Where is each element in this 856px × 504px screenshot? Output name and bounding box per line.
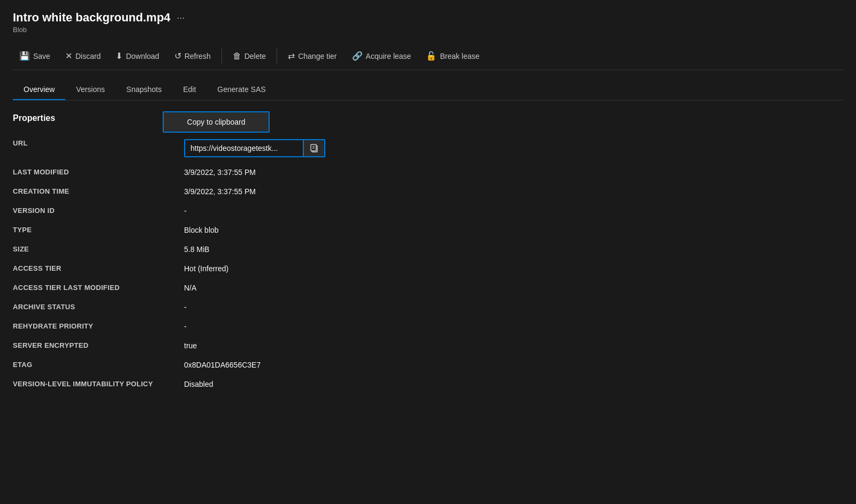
url-input-box: https://videostoragetestk... xyxy=(184,139,325,157)
property-label-archive-status: ARCHIVE STATUS xyxy=(13,303,184,311)
more-options-icon[interactable]: ··· xyxy=(177,12,185,24)
properties-list: URL Copy to clipboard https://videostora… xyxy=(13,134,843,394)
property-row-size: SIZE 5.8 MiB xyxy=(13,240,843,259)
property-label-type: TYPE xyxy=(13,226,184,234)
property-label-version-level-immutability: VERSION-LEVEL IMMUTABILITY POLICY xyxy=(13,380,184,388)
toolbar-divider-2 xyxy=(277,49,277,64)
svg-rect-1 xyxy=(311,144,316,151)
property-label-last-modified: LAST MODIFIED xyxy=(13,168,184,176)
property-label-creation-time: CREATION TIME xyxy=(13,187,184,195)
page-title: Intro white background.mp4 xyxy=(13,11,171,25)
page-subtitle: Blob xyxy=(13,26,843,34)
property-value-last-modified: 3/9/2022, 3:37:55 PM xyxy=(184,168,256,177)
tab-versions[interactable]: Versions xyxy=(65,81,116,100)
property-value-etag: 0x8DA01DA6656C3E7 xyxy=(184,361,261,369)
property-value-size: 5.8 MiB xyxy=(184,245,209,254)
page-title-area: Intro white background.mp4 ··· Blob xyxy=(13,11,843,34)
copy-url-button[interactable] xyxy=(303,140,324,156)
property-label-access-tier-last-modified: ACCESS TIER LAST MODIFIED xyxy=(13,284,184,292)
property-row-access-tier: ACCESS TIER Hot (Inferred) xyxy=(13,259,843,278)
tab-generate-sas[interactable]: Generate SAS xyxy=(207,81,276,100)
refresh-icon: ↺ xyxy=(174,51,181,61)
property-value-archive-status: - xyxy=(184,303,187,311)
property-label-version-id: VERSION ID xyxy=(13,207,184,215)
tabs-row: Overview Versions Snapshots Edit Generat… xyxy=(13,81,843,101)
property-label-size: SIZE xyxy=(13,245,184,253)
property-value-version-level-immutability: Disabled xyxy=(184,380,213,388)
content-area: Properties URL Copy to clipboard https:/… xyxy=(13,113,843,394)
change-tier-icon: ⇄ xyxy=(288,51,295,61)
property-row-last-modified: LAST MODIFIED 3/9/2022, 3:37:55 PM xyxy=(13,163,843,182)
tab-overview[interactable]: Overview xyxy=(13,81,65,100)
url-display-text: https://videostoragetestk... xyxy=(185,141,303,156)
property-row-url: URL Copy to clipboard https://videostora… xyxy=(13,134,843,163)
property-row-etag: ETAG 0x8DA01DA6656C3E7 xyxy=(13,355,843,375)
property-row-archive-status: ARCHIVE STATUS - xyxy=(13,297,843,317)
break-lease-icon: 🔓 xyxy=(426,51,437,61)
property-label-etag: ETAG xyxy=(13,361,184,369)
property-row-rehydrate-priority: REHYDRATE PRIORITY - xyxy=(13,317,843,336)
discard-button[interactable]: ✕ Discard xyxy=(59,48,107,64)
save-icon: 💾 xyxy=(19,51,30,61)
url-field-wrapper: Copy to clipboard https://videostoragete… xyxy=(184,139,325,157)
property-value-creation-time: 3/9/2022, 3:37:55 PM xyxy=(184,187,256,196)
copy-to-clipboard-tooltip: Copy to clipboard xyxy=(163,111,270,133)
property-label-rehydrate-priority: REHYDRATE PRIORITY xyxy=(13,322,184,330)
break-lease-button[interactable]: 🔓 Break lease xyxy=(419,48,486,64)
property-value-version-id: - xyxy=(184,207,187,215)
property-value-type: Block blob xyxy=(184,226,219,234)
page-container: Intro white background.mp4 ··· Blob 💾 Sa… xyxy=(0,0,856,404)
acquire-lease-button[interactable]: 🔗 Acquire lease xyxy=(346,48,418,64)
property-row-version-level-immutability: VERSION-LEVEL IMMUTABILITY POLICY Disabl… xyxy=(13,375,843,394)
refresh-button[interactable]: ↺ Refresh xyxy=(168,48,217,64)
property-row-access-tier-last-modified: ACCESS TIER LAST MODIFIED N/A xyxy=(13,278,843,297)
tab-edit[interactable]: Edit xyxy=(172,81,207,100)
download-button[interactable]: ⬇ Download xyxy=(109,48,165,64)
clipboard-icon xyxy=(309,143,319,153)
property-label-access-tier: ACCESS TIER xyxy=(13,264,184,272)
property-label-url: URL xyxy=(13,139,184,147)
property-value-access-tier-last-modified: N/A xyxy=(184,284,196,292)
tab-snapshots[interactable]: Snapshots xyxy=(116,81,172,100)
property-value-rehydrate-priority: - xyxy=(184,322,187,331)
delete-icon: 🗑 xyxy=(233,51,241,61)
toolbar: 💾 Save ✕ Discard ⬇ Download ↺ Refresh 🗑 … xyxy=(13,42,843,70)
property-value-access-tier: Hot (Inferred) xyxy=(184,264,228,273)
property-row-server-encrypted: SERVER ENCRYPTED true xyxy=(13,336,843,355)
discard-icon: ✕ xyxy=(65,51,72,61)
property-value-url: Copy to clipboard https://videostoragete… xyxy=(184,139,325,157)
toolbar-divider-1 xyxy=(221,49,222,64)
delete-button[interactable]: 🗑 Delete xyxy=(226,48,272,64)
change-tier-button[interactable]: ⇄ Change tier xyxy=(281,48,343,64)
download-icon: ⬇ xyxy=(116,51,123,61)
properties-heading: Properties xyxy=(13,113,843,123)
property-row-creation-time: CREATION TIME 3/9/2022, 3:37:55 PM xyxy=(13,182,843,201)
acquire-lease-icon: 🔗 xyxy=(352,51,363,61)
property-row-type: TYPE Block blob xyxy=(13,220,843,240)
property-label-server-encrypted: SERVER ENCRYPTED xyxy=(13,341,184,349)
save-button[interactable]: 💾 Save xyxy=(13,48,57,64)
property-value-server-encrypted: true xyxy=(184,341,197,350)
property-row-version-id: VERSION ID - xyxy=(13,201,843,220)
